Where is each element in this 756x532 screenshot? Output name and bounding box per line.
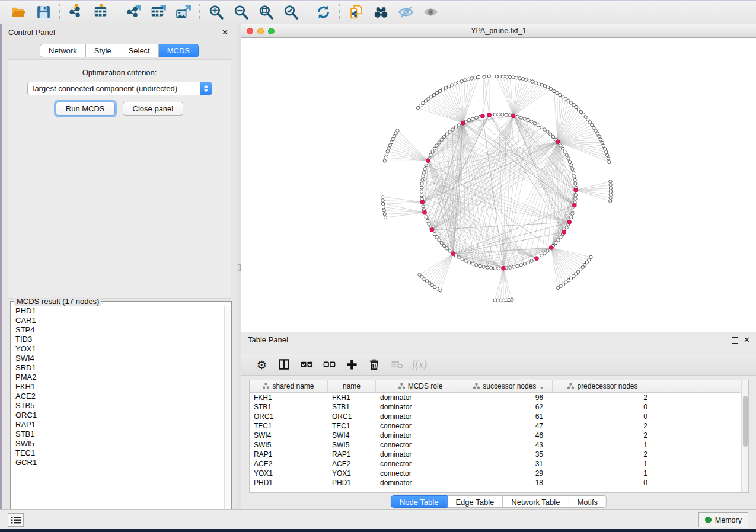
table-cell: 46 [465, 431, 553, 440]
hide-selected-button[interactable] [393, 2, 418, 23]
table-row[interactable]: TEC1TEC1connector472 [250, 421, 748, 431]
tab-style[interactable]: Style [86, 44, 120, 57]
table-cell: RAP1 [328, 450, 376, 459]
mcds-node-item[interactable]: CAR1 [11, 316, 225, 325]
mcds-list-scrollbar[interactable] [224, 306, 231, 517]
mcds-node-item[interactable]: GCR1 [11, 458, 225, 467]
mcds-node-item[interactable]: PMA2 [11, 373, 225, 382]
zoom-selected-icon [283, 4, 299, 20]
import-table-button[interactable] [88, 2, 113, 23]
table-cell: STB1 [250, 402, 328, 412]
table-row[interactable]: ORC1ORC1dominator610 [250, 412, 748, 421]
panel-splitter[interactable] [237, 24, 241, 509]
table-row[interactable]: RAP1RAP1dominator352 [250, 450, 748, 459]
control-tabs: NetworkStyleSelectMCDS [40, 44, 199, 57]
network-canvas[interactable] [241, 38, 756, 332]
tab-select[interactable]: Select [120, 44, 159, 57]
close-panel-button[interactable]: Close panel [123, 102, 184, 116]
toolbar-separator [59, 4, 60, 21]
show-all-button[interactable] [418, 2, 443, 23]
table-cell: 1 [553, 459, 653, 469]
refresh-view-button[interactable] [311, 2, 336, 23]
tab-edge-table[interactable]: Edge Table [447, 495, 503, 508]
float-panel-icon[interactable] [209, 30, 215, 36]
window-minimize-icon[interactable] [257, 28, 264, 34]
export-image-button[interactable] [171, 2, 196, 23]
select-all-button[interactable] [297, 357, 317, 373]
mcds-node-item[interactable]: STB1 [11, 430, 225, 439]
mcds-node-item[interactable]: RAP1 [11, 420, 225, 430]
scrollbar-thumb[interactable] [743, 396, 748, 447]
tab-network[interactable]: Network [40, 44, 86, 57]
import-network-button[interactable] [63, 2, 88, 23]
save-session-button[interactable] [31, 2, 56, 23]
delete-column-button[interactable] [365, 357, 384, 373]
table-mode-gear-button[interactable]: ⚙ [252, 357, 272, 373]
gear-icon: ⚙ [257, 359, 267, 371]
import-table-icon [93, 4, 109, 20]
table-row[interactable]: STB1STB1dominator620 [250, 402, 748, 412]
table-row[interactable]: FKH1FKH1dominator962 [250, 393, 748, 402]
column-header-name[interactable]: name [328, 380, 376, 392]
zoom-fit-button[interactable] [253, 2, 278, 23]
export-table-button[interactable] [146, 2, 171, 23]
zoom-out-icon [233, 4, 249, 20]
network-graph[interactable] [241, 38, 756, 332]
function-builder-button: f(x) [410, 357, 429, 373]
task-history-button[interactable] [8, 513, 24, 527]
mcds-node-item[interactable]: SWI5 [11, 439, 225, 448]
column-header-mcds-role[interactable]: MCDS role [376, 380, 465, 392]
mcds-node-item[interactable]: ORC1 [11, 411, 225, 420]
tab-motifs[interactable]: Motifs [569, 495, 607, 508]
table-row[interactable]: ACE2ACE2connector311 [250, 459, 748, 469]
column-header-successor-nodes[interactable]: successor nodes⌄ [465, 380, 553, 392]
mcds-node-item[interactable]: SWI4 [11, 354, 225, 363]
mcds-node-item[interactable]: PHD1 [11, 306, 225, 316]
zoom-in-button[interactable] [203, 2, 228, 23]
zoom-fit-icon [258, 4, 274, 20]
table-cell: 29 [465, 469, 553, 478]
tab-mcds[interactable]: MCDS [159, 44, 199, 57]
splitter-handle-icon[interactable] [238, 264, 241, 271]
tab-node-table[interactable]: Node Table [391, 495, 448, 508]
window-zoom-icon[interactable] [268, 28, 275, 34]
memory-button[interactable]: Memory [698, 512, 748, 527]
open-file-button[interactable] [6, 2, 31, 23]
run-mcds-button[interactable]: Run MCDS [56, 102, 115, 116]
zoom-selected-button[interactable] [278, 2, 303, 23]
mcds-node-item[interactable]: TEC1 [11, 448, 225, 458]
network-titlebar[interactable]: YPA_prune.txt_1 [241, 24, 756, 38]
optimization-select[interactable]: largest connected component (undirected) [27, 82, 212, 95]
window-close-icon[interactable] [247, 28, 253, 34]
mcds-node-item[interactable]: FKH1 [11, 382, 225, 392]
mcds-node-item[interactable]: TID3 [11, 335, 225, 344]
mcds-node-item[interactable]: STP4 [11, 325, 225, 335]
table-row[interactable]: PHD1PHD1dominator180 [250, 478, 748, 488]
mcds-result-title: MCDS result (17 nodes) [14, 297, 101, 306]
table-row[interactable]: YOX1YOX1connector291 [250, 469, 748, 478]
new-network-from-selection-button[interactable] [343, 2, 368, 23]
table-cell: 1 [553, 440, 653, 450]
column-header-predecessor-nodes[interactable]: predecessor nodes [553, 380, 653, 392]
show-columns-button[interactable] [275, 357, 294, 373]
create-column-button[interactable] [342, 357, 362, 373]
close-table-panel-icon[interactable]: ✕ [744, 335, 750, 344]
column-header-shared-name[interactable]: shared name [250, 380, 328, 392]
zoom-out-button[interactable] [228, 2, 253, 23]
table-cell: 18 [465, 478, 553, 488]
table-cell: SWI5 [250, 440, 328, 450]
mcds-node-item[interactable]: SRD1 [11, 363, 225, 373]
export-network-button[interactable] [121, 2, 146, 23]
deselect-all-button[interactable] [320, 357, 339, 373]
mcds-node-item[interactable]: YOX1 [11, 344, 225, 354]
mcds-node-item[interactable]: ACE2 [11, 392, 225, 401]
first-neighbors-button[interactable] [368, 2, 393, 23]
table-cell: 0 [553, 412, 653, 421]
table-row[interactable]: SWI4SWI4dominator462 [250, 431, 748, 440]
float-table-panel-icon[interactable] [732, 337, 738, 344]
tab-network-table[interactable]: Network Table [503, 495, 569, 508]
table-row[interactable]: SWI5SWI5connector431 [250, 440, 748, 450]
mcds-node-item[interactable]: STB5 [11, 401, 225, 411]
table-scrollbar[interactable] [741, 380, 748, 492]
close-panel-icon[interactable]: ✕ [222, 28, 228, 37]
